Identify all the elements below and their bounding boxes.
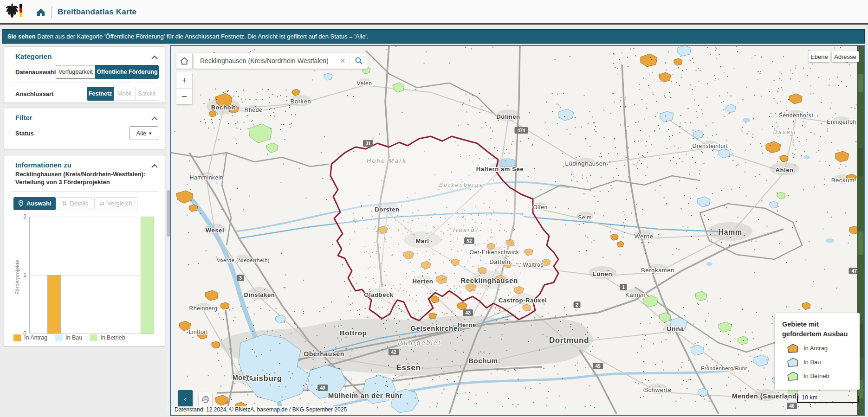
breitbandatlas-app: Breitbandatlas Karte Sie sehen Daten aus…	[0, 0, 868, 417]
federal-eagle-logo	[5, 2, 19, 19]
search-input[interactable]	[194, 57, 336, 64]
city-label: Lünen	[593, 270, 612, 277]
banner-text: Daten aus der Kategorie 'Öffentliche För…	[36, 33, 369, 40]
map-container: Hohe MarkBorkenbergeHaardDavertRuhrgebie…	[170, 45, 865, 416]
city-label: Essen	[396, 363, 421, 372]
tab-details-label: Details	[70, 200, 88, 207]
road-shield: 40	[317, 385, 328, 391]
verfuegbarkeit-button[interactable]: Verfügbarkeit	[56, 65, 95, 79]
header-divider	[51, 6, 52, 19]
collapse-sidebar-button[interactable]: ‹	[178, 390, 193, 407]
city-label: Lüdinghausen	[565, 160, 607, 167]
city-label: Selm	[578, 214, 592, 221]
caret-down-icon: ▾	[149, 130, 152, 136]
city-label: Drensteinfurt	[693, 143, 728, 149]
city-label: Voerde (Niederrhein)	[217, 257, 270, 263]
road-shield: 2	[574, 302, 581, 308]
ytick-label: 2	[11, 213, 26, 220]
axis-baseline	[30, 334, 155, 334]
city-label: Schwerte	[644, 386, 672, 393]
city-label: Herne	[458, 321, 476, 328]
clear-search-icon[interactable]: ×	[336, 56, 350, 66]
road-shield: 45	[593, 363, 603, 369]
scale-bar: 10 km	[797, 396, 859, 403]
home-outline-icon	[179, 55, 190, 66]
map-legend-label: In Antrag	[803, 345, 828, 352]
tab-auswahl[interactable]: Auswahl	[13, 197, 56, 210]
status-dropdown[interactable]: Alle ▾	[130, 126, 158, 140]
road-shield: 1	[620, 284, 627, 290]
svg-text:46: 46	[789, 404, 795, 409]
tab-vergleich-label: Vergleich	[107, 200, 132, 207]
banner-lead: Sie sehen	[7, 33, 36, 40]
foerderprojekte-chart: Förderprojekte 210 In AntragIn BauIn Bet…	[11, 212, 158, 334]
city-label: -Lintfort	[187, 329, 208, 335]
city-label: Oberhausen	[304, 350, 344, 358]
tab-auswahl-label: Auswahl	[26, 200, 51, 207]
address-button[interactable]: Adresse	[832, 51, 859, 62]
legend-polygon-swatch	[787, 371, 799, 381]
city-label: Mülheim an der Ruhr	[328, 391, 403, 399]
info-banner: Sie sehen Daten aus der Kategorie 'Öffen…	[2, 29, 865, 44]
city-label: Hamm	[718, 228, 742, 236]
tab-details[interactable]: ⇅ Details	[57, 197, 93, 210]
info-tabs: Auswahl ⇅ Details ⇄ Vergleich	[13, 197, 158, 210]
tab-vergleich[interactable]: ⇄ Vergleich	[94, 197, 137, 210]
legend-swatch	[90, 334, 97, 341]
nature-area-label: Hohe Mark	[367, 157, 407, 164]
city-label: Hamminkeln	[190, 174, 224, 181]
panel-filter: Filter Status Alle ▾	[4, 108, 165, 149]
status-value: Alle	[136, 130, 146, 137]
chevron-up-icon[interactable]	[151, 53, 158, 62]
zoom-out-button[interactable]: −	[176, 89, 192, 104]
map-canvas[interactable]: Hohe MarkBorkenbergeHaardDavertRuhrgebie…	[171, 46, 864, 415]
city-label: Datteln	[489, 258, 510, 265]
city-label: Ennigerloh	[827, 119, 856, 125]
svg-text:45: 45	[595, 364, 601, 369]
legend-polygon-swatch	[787, 343, 799, 353]
zoom-in-button[interactable]: +	[176, 72, 192, 88]
city-label: Bottrop	[340, 329, 367, 337]
svg-text:52: 52	[466, 238, 472, 244]
print-button[interactable]	[199, 392, 212, 406]
city-label: Bocholt	[211, 104, 236, 111]
city-label: Dortmund	[549, 336, 589, 345]
chart-bar	[47, 275, 61, 334]
city-label: Borken	[291, 98, 311, 105]
compare-arrows-icon: ⇄	[99, 200, 104, 207]
home-icon[interactable]	[34, 6, 47, 19]
pin-icon	[18, 200, 24, 207]
legend-swatch	[13, 334, 21, 341]
festnetz-button[interactable]: Festnetz	[87, 87, 114, 101]
panel-divider	[11, 83, 158, 83]
anschlussart-group: Festnetz Mobil Satellit	[87, 87, 158, 101]
road-shield: 46	[787, 403, 797, 409]
city-label: Haltern am See	[476, 166, 524, 173]
satellit-button[interactable]: Satellit	[135, 87, 158, 101]
search-icon[interactable]	[350, 57, 368, 65]
map-legend-item: In Bau	[782, 357, 853, 367]
layer-button[interactable]: Ebene	[809, 51, 830, 62]
chevron-up-icon[interactable]	[151, 115, 158, 123]
gridline	[30, 217, 155, 217]
map-legend-label: In Bau	[803, 359, 821, 366]
road-shield: 3	[237, 275, 244, 281]
map-home-button[interactable]	[176, 53, 192, 69]
mobil-button[interactable]: Mobil	[114, 87, 135, 101]
chevron-up-icon[interactable]	[151, 162, 158, 170]
city-label: Dorsten	[375, 206, 399, 213]
road-shield: 43	[463, 309, 473, 316]
informationen-title: Informationen zu	[15, 161, 158, 169]
city-label: Marl	[415, 237, 429, 244]
oeffentliche-foerderung-button[interactable]: Öffentliche Förderung	[95, 65, 159, 79]
svg-text:43: 43	[465, 310, 471, 315]
page-title: Breitbandatlas Karte	[58, 7, 136, 17]
svg-text:1: 1	[622, 285, 625, 290]
city-label: Sendenhorst	[779, 112, 814, 119]
city-label: Unna	[667, 325, 684, 333]
city-label: Oer-Erkenschwick	[470, 249, 519, 256]
datenauswahl-label: Datenauswahl	[15, 69, 56, 76]
sort-arrows-icon: ⇅	[62, 200, 67, 207]
svg-text:31: 31	[365, 141, 371, 146]
city-label: Recklinghausen	[460, 276, 518, 284]
